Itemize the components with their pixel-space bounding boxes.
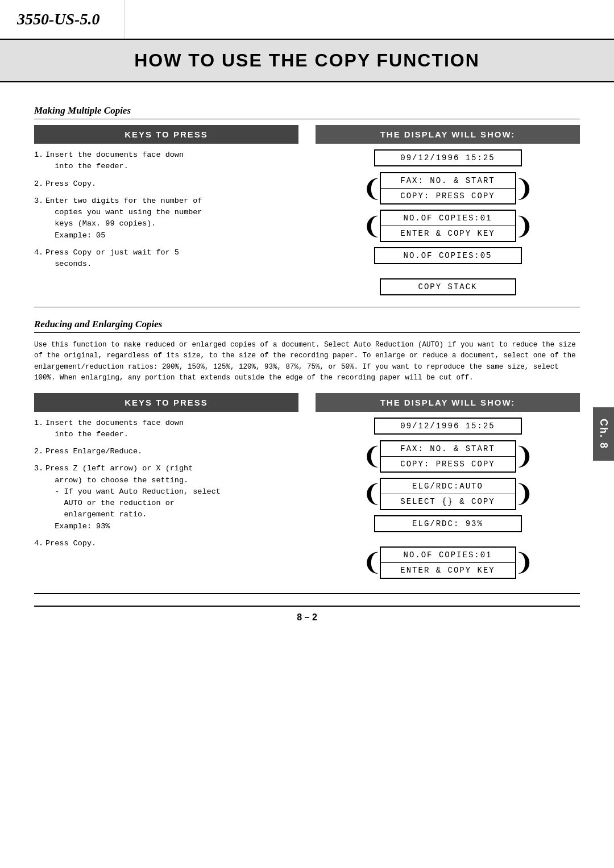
bracket-right-icon: ❩ [514, 482, 534, 506]
bracket-right-icon: ❩ [514, 177, 534, 201]
footer-line: 8 – 2 [34, 593, 580, 628]
step-num: 3. [34, 463, 43, 474]
step-num: 4. [34, 247, 43, 258]
display2-group1-wrapper: ❨ FAX: NO. & START COPY: PRESS COPY ❩ [316, 440, 580, 473]
display-copy-stack-wrapper: COPY STACK [316, 278, 580, 295]
page-title: HOW TO USE THE COPY FUNCTION [0, 50, 614, 71]
display2-group2-line2: SELECT {} & COPY [381, 494, 515, 509]
bracket-right-icon: ❩ [514, 550, 534, 574]
display-group2-line1: NO.OF COPIES:01 [381, 211, 515, 226]
sidebar-label: Ch. 8 [598, 419, 609, 449]
display2-bottom-box: NO.OF COPIES:01 ENTER & COPY KEY [380, 546, 516, 579]
bracket-right-icon: ❩ [514, 214, 534, 238]
list-item: 3. Press Z (left arrow) or X (right arro… [34, 463, 298, 532]
section-divider [34, 307, 580, 307]
display-group2-line2: ENTER & COPY KEY [381, 226, 515, 241]
section2-description: Use this function to make reduced or enl… [34, 340, 580, 384]
page-title-bar: HOW TO USE THE COPY FUNCTION [0, 40, 614, 82]
step-num: 4. [34, 538, 43, 549]
bracket-left-icon: ❨ [362, 177, 382, 201]
list-item: 4. Press Copy. [34, 538, 298, 549]
footer-divider [34, 593, 580, 594]
bracket-right-icon: ❩ [514, 444, 534, 468]
page: 3550-US-5.0 HOW TO USE THE COPY FUNCTION… [0, 0, 614, 868]
section2-keys-header: KEYS TO PRESS [34, 393, 298, 412]
step-num: 1. [34, 149, 43, 161]
display-top-datetime: 09/12/1996 15:25 [374, 149, 522, 166]
bracket-left-icon: ❨ [362, 482, 382, 506]
display2-group2-line1: ELG/RDC:AUTO [381, 479, 515, 494]
display-single-copies-wrapper: NO.OF COPIES:05 [316, 247, 580, 264]
model-number: 3550-US-5.0 [0, 0, 125, 39]
section2-heading: Reducing and Enlarging Copies [34, 319, 580, 333]
bracket-left-icon: ❨ [362, 444, 382, 468]
display2-group1-line2: COPY: PRESS COPY [381, 457, 515, 471]
step-num: 3. [34, 195, 43, 207]
top-header: 3550-US-5.0 [0, 0, 614, 40]
section1-display-header: THE DISPLAY WILL SHOW: [316, 125, 580, 144]
list-item: 3. Enter two digits for the number of co… [34, 195, 298, 241]
display-copy-stack: COPY STACK [380, 278, 516, 295]
step-num: 2. [34, 178, 43, 190]
list-item: 1. Insert the documents face down into t… [34, 149, 298, 173]
display-group1-line1: FAX: NO. & START [381, 173, 515, 189]
step-num: 2. [34, 446, 43, 457]
display-group2-wrapper: ❨ NO.OF COPIES:01 ENTER & COPY KEY ❩ [316, 210, 580, 242]
display2-group2-box: ELG/RDC:AUTO SELECT {} & COPY [380, 478, 516, 510]
display2-bottom-group-wrapper: ❨ NO.OF COPIES:01 ENTER & COPY KEY ❩ [316, 546, 580, 579]
display2-group1-line1: FAX: NO. & START [381, 441, 515, 457]
section1-display-screens: 09/12/1996 15:25 ❨ FAX: NO. & START COPY… [316, 149, 580, 298]
section1-keys-header: KEYS TO PRESS [34, 125, 298, 144]
section1-steps-list: 1. Insert the documents face down into t… [34, 149, 298, 270]
page-footer: 8 – 2 [34, 606, 580, 628]
section1-layout: KEYS TO PRESS 1. Insert the documents fa… [34, 125, 580, 298]
display-group1-wrapper: ❨ FAX: NO. & START COPY: PRESS COPY ❩ [316, 172, 580, 205]
display2-single: ELG/RDC: 93% [374, 515, 522, 532]
display2-group2-wrapper: ❨ ELG/RDC:AUTO SELECT {} & COPY ❩ [316, 478, 580, 510]
list-item: 1. Insert the documents face down into t… [34, 418, 298, 441]
display2-group1-box: FAX: NO. & START COPY: PRESS COPY [380, 440, 516, 473]
section2-steps-list: 1. Insert the documents face down into t… [34, 418, 298, 550]
bracket-left-icon: ❨ [362, 214, 382, 238]
section2-keys-column: KEYS TO PRESS 1. Insert the documents fa… [34, 393, 298, 556]
section1-heading: Making Multiple Copies [34, 105, 580, 119]
bracket-left-icon: ❨ [362, 550, 382, 574]
section1-keys-column: KEYS TO PRESS 1. Insert the documents fa… [34, 125, 298, 276]
display2-bottom-line1: NO.OF COPIES:01 [381, 548, 515, 563]
sidebar-tab: Ch. 8 [593, 407, 614, 461]
step-num: 1. [34, 418, 43, 429]
display2-bottom-line2: ENTER & COPY KEY [381, 563, 515, 578]
section2-display-header: THE DISPLAY WILL SHOW: [316, 393, 580, 412]
main-content: Making Multiple Copies KEYS TO PRESS 1. … [0, 82, 614, 593]
section2-layout: KEYS TO PRESS 1. Insert the documents fa… [34, 393, 580, 582]
section1-display-column: THE DISPLAY WILL SHOW: 09/12/1996 15:25 … [316, 125, 580, 298]
section2-display-screens: 09/12/1996 15:25 ❨ FAX: NO. & START COPY… [316, 418, 580, 582]
display-single-copies: NO.OF COPIES:05 [374, 247, 522, 264]
display2-top-datetime: 09/12/1996 15:25 [374, 418, 522, 435]
header-divider [125, 0, 614, 39]
list-item: 4. Press Copy or just wait for 5 seconds… [34, 247, 298, 270]
display2-single-wrapper: ELG/RDC: 93% [316, 515, 580, 532]
display-group1-box: FAX: NO. & START COPY: PRESS COPY [380, 172, 516, 205]
section2-display-column: THE DISPLAY WILL SHOW: 09/12/1996 15:25 … [316, 393, 580, 582]
display-group2-box: NO.OF COPIES:01 ENTER & COPY KEY [380, 210, 516, 242]
list-item: 2. Press Copy. [34, 178, 298, 190]
list-item: 2. Press Enlarge/Reduce. [34, 446, 298, 457]
display-group1-line2: COPY: PRESS COPY [381, 189, 515, 203]
